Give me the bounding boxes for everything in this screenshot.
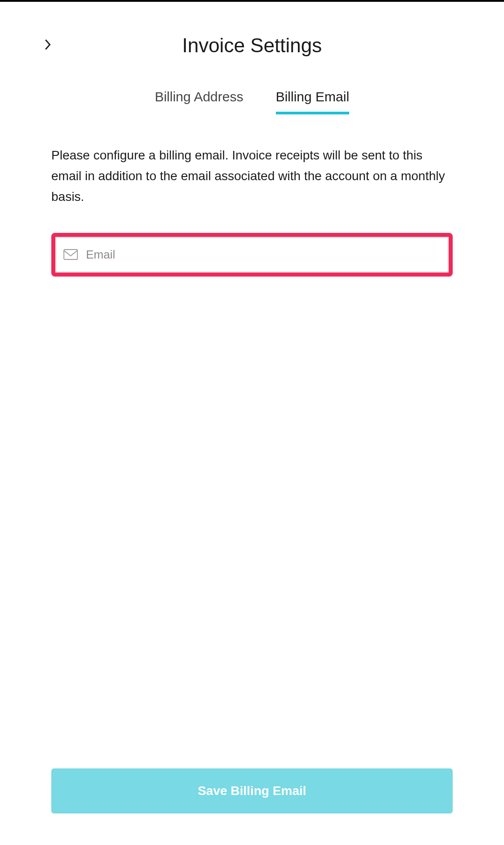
tab-billing-address[interactable]: Billing Address xyxy=(155,89,243,114)
description-text: Please configure a billing email. Invoic… xyxy=(51,145,453,208)
page-title: Invoice Settings xyxy=(182,34,322,57)
mail-icon xyxy=(63,249,78,260)
email-field[interactable] xyxy=(56,237,448,272)
header: Invoice Settings xyxy=(18,34,486,57)
spacer xyxy=(51,295,453,768)
tabs: Billing Address Billing Email xyxy=(18,89,486,114)
svg-rect-0 xyxy=(64,250,77,259)
email-field-highlight xyxy=(51,233,453,277)
back-button[interactable] xyxy=(42,40,53,51)
content: Please configure a billing email. Invoic… xyxy=(18,145,486,827)
chevron-right-icon xyxy=(44,38,52,53)
save-billing-email-button[interactable]: Save Billing Email xyxy=(51,768,453,813)
email-input[interactable] xyxy=(86,248,441,262)
tab-billing-email[interactable]: Billing Email xyxy=(276,89,349,114)
